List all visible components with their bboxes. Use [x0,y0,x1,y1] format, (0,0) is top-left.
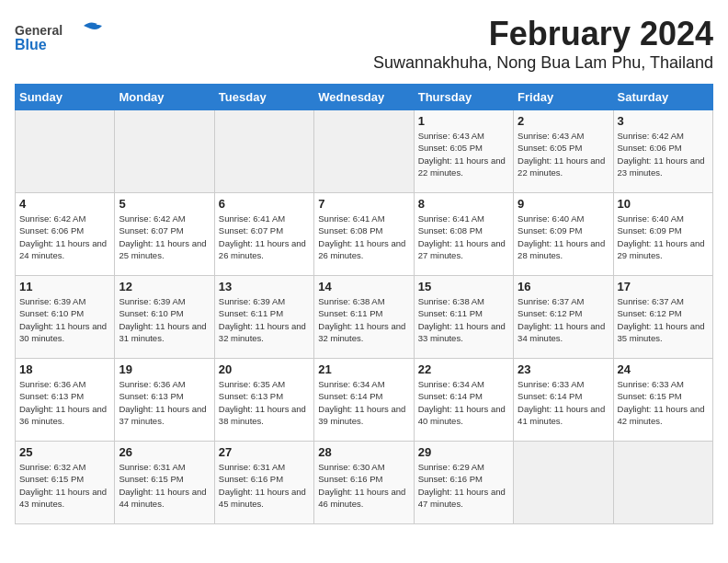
day-detail: Sunrise: 6:40 AM Sunset: 6:09 PM Dayligh… [518,213,609,261]
calendar-cell: 23Sunrise: 6:33 AM Sunset: 6:14 PM Dayli… [514,359,613,442]
calendar-week-row: 4Sunrise: 6:42 AM Sunset: 6:06 PM Daylig… [16,193,713,276]
svg-text:Blue: Blue [15,37,47,52]
calendar-cell: 26Sunrise: 6:31 AM Sunset: 6:15 PM Dayli… [115,442,214,524]
calendar-cell: 4Sunrise: 6:42 AM Sunset: 6:06 PM Daylig… [16,193,115,276]
day-number: 1 [418,114,509,128]
svg-text:General: General [15,23,63,38]
calendar-cell: 22Sunrise: 6:34 AM Sunset: 6:14 PM Dayli… [414,359,513,442]
calendar-cell [314,110,414,193]
calendar-cell: 10Sunrise: 6:40 AM Sunset: 6:09 PM Dayli… [613,193,712,276]
day-number: 6 [219,197,310,211]
day-detail: Sunrise: 6:39 AM Sunset: 6:11 PM Dayligh… [219,295,310,344]
day-number: 8 [418,197,509,211]
day-detail: Sunrise: 6:32 AM Sunset: 6:15 PM Dayligh… [19,461,110,510]
calendar-table: SundayMondayTuesdayWednesdayThursdayFrid… [15,84,713,524]
day-number: 16 [518,280,609,293]
logo-svg: General Blue [15,18,116,59]
day-detail: Sunrise: 6:34 AM Sunset: 6:14 PM Dayligh… [318,378,409,427]
calendar-cell: 14Sunrise: 6:38 AM Sunset: 6:11 PM Dayli… [314,276,414,359]
day-detail: Sunrise: 6:42 AM Sunset: 6:06 PM Dayligh… [19,213,110,261]
weekday-header: Tuesday [214,85,313,110]
day-number: 3 [618,114,709,128]
calendar-cell: 19Sunrise: 6:36 AM Sunset: 6:13 PM Dayli… [115,359,214,442]
calendar-cell [514,442,613,524]
calendar-week-row: 25Sunrise: 6:32 AM Sunset: 6:15 PM Dayli… [16,442,713,524]
calendar-cell: 8Sunrise: 6:41 AM Sunset: 6:08 PM Daylig… [414,193,513,276]
day-number: 24 [618,362,709,376]
calendar-cell: 17Sunrise: 6:37 AM Sunset: 6:12 PM Dayli… [613,276,712,359]
calendar-cell [16,110,115,193]
day-detail: Sunrise: 6:31 AM Sunset: 6:16 PM Dayligh… [219,461,310,510]
day-number: 28 [318,445,409,459]
day-detail: Sunrise: 6:41 AM Sunset: 6:07 PM Dayligh… [219,213,310,261]
day-number: 13 [219,280,310,293]
calendar-cell: 11Sunrise: 6:39 AM Sunset: 6:10 PM Dayli… [16,276,115,359]
day-detail: Sunrise: 6:35 AM Sunset: 6:13 PM Dayligh… [219,378,310,427]
calendar-title: February 2024 [15,15,713,53]
day-number: 17 [618,280,709,293]
day-number: 7 [318,197,409,211]
calendar-cell: 2Sunrise: 6:43 AM Sunset: 6:05 PM Daylig… [514,110,613,193]
calendar-cell: 3Sunrise: 6:42 AM Sunset: 6:06 PM Daylig… [613,110,712,193]
calendar-cell: 15Sunrise: 6:38 AM Sunset: 6:11 PM Dayli… [414,276,513,359]
calendar-week-row: 1Sunrise: 6:43 AM Sunset: 6:05 PM Daylig… [16,110,713,193]
calendar-cell: 25Sunrise: 6:32 AM Sunset: 6:15 PM Dayli… [16,442,115,524]
calendar-subtitle: Suwannakhuha, Nong Bua Lam Phu, Thailand [15,53,713,73]
weekday-header: Thursday [414,85,513,110]
calendar-header: February 2024 Suwannakhuha, Nong Bua Lam… [15,15,713,73]
day-detail: Sunrise: 6:39 AM Sunset: 6:10 PM Dayligh… [19,295,110,344]
calendar-cell: 20Sunrise: 6:35 AM Sunset: 6:13 PM Dayli… [214,359,313,442]
day-detail: Sunrise: 6:40 AM Sunset: 6:09 PM Dayligh… [618,213,709,261]
calendar-body: 1Sunrise: 6:43 AM Sunset: 6:05 PM Daylig… [16,110,713,524]
day-detail: Sunrise: 6:33 AM Sunset: 6:15 PM Dayligh… [618,378,709,427]
day-number: 23 [518,362,609,376]
calendar-cell: 16Sunrise: 6:37 AM Sunset: 6:12 PM Dayli… [514,276,613,359]
calendar-cell: 21Sunrise: 6:34 AM Sunset: 6:14 PM Dayli… [314,359,414,442]
calendar-cell: 18Sunrise: 6:36 AM Sunset: 6:13 PM Dayli… [16,359,115,442]
day-number: 9 [518,197,609,211]
day-number: 2 [518,114,609,128]
day-number: 26 [119,445,210,459]
weekday-header: Monday [115,85,214,110]
calendar-cell: 12Sunrise: 6:39 AM Sunset: 6:10 PM Dayli… [115,276,214,359]
calendar-cell: 24Sunrise: 6:33 AM Sunset: 6:15 PM Dayli… [613,359,712,442]
calendar-cell: 1Sunrise: 6:43 AM Sunset: 6:05 PM Daylig… [414,110,513,193]
day-number: 12 [119,280,210,293]
day-detail: Sunrise: 6:38 AM Sunset: 6:11 PM Dayligh… [418,295,509,344]
day-number: 18 [19,362,110,376]
day-detail: Sunrise: 6:31 AM Sunset: 6:15 PM Dayligh… [119,461,210,510]
logo: General Blue [15,18,116,63]
day-detail: Sunrise: 6:34 AM Sunset: 6:14 PM Dayligh… [418,378,509,427]
weekday-header: Friday [514,85,613,110]
day-number: 21 [318,362,409,376]
day-number: 5 [119,197,210,211]
day-detail: Sunrise: 6:39 AM Sunset: 6:10 PM Dayligh… [119,295,210,344]
calendar-header-row: SundayMondayTuesdayWednesdayThursdayFrid… [16,85,713,110]
day-number: 19 [119,362,210,376]
day-detail: Sunrise: 6:42 AM Sunset: 6:07 PM Dayligh… [119,213,210,261]
day-detail: Sunrise: 6:29 AM Sunset: 6:16 PM Dayligh… [418,461,509,510]
day-number: 14 [318,280,409,293]
day-detail: Sunrise: 6:30 AM Sunset: 6:16 PM Dayligh… [318,461,409,510]
day-detail: Sunrise: 6:36 AM Sunset: 6:13 PM Dayligh… [19,378,110,427]
calendar-cell: 5Sunrise: 6:42 AM Sunset: 6:07 PM Daylig… [115,193,214,276]
weekday-header: Saturday [613,85,712,110]
calendar-cell [214,110,313,193]
day-detail: Sunrise: 6:43 AM Sunset: 6:05 PM Dayligh… [518,130,609,178]
day-number: 15 [418,280,509,293]
calendar-cell: 7Sunrise: 6:41 AM Sunset: 6:08 PM Daylig… [314,193,414,276]
day-detail: Sunrise: 6:43 AM Sunset: 6:05 PM Dayligh… [418,130,509,178]
calendar-cell: 28Sunrise: 6:30 AM Sunset: 6:16 PM Dayli… [314,442,414,524]
page-header: General Blue February 2024 Suwannakhuha,… [15,15,713,76]
calendar-cell: 13Sunrise: 6:39 AM Sunset: 6:11 PM Dayli… [214,276,313,359]
day-detail: Sunrise: 6:41 AM Sunset: 6:08 PM Dayligh… [318,213,409,261]
weekday-header: Sunday [16,85,115,110]
day-number: 11 [19,280,110,293]
day-detail: Sunrise: 6:36 AM Sunset: 6:13 PM Dayligh… [119,378,210,427]
day-number: 4 [19,197,110,211]
weekday-header: Wednesday [314,85,414,110]
day-number: 29 [418,445,509,459]
day-number: 25 [19,445,110,459]
calendar-week-row: 18Sunrise: 6:36 AM Sunset: 6:13 PM Dayli… [16,359,713,442]
day-number: 27 [219,445,310,459]
